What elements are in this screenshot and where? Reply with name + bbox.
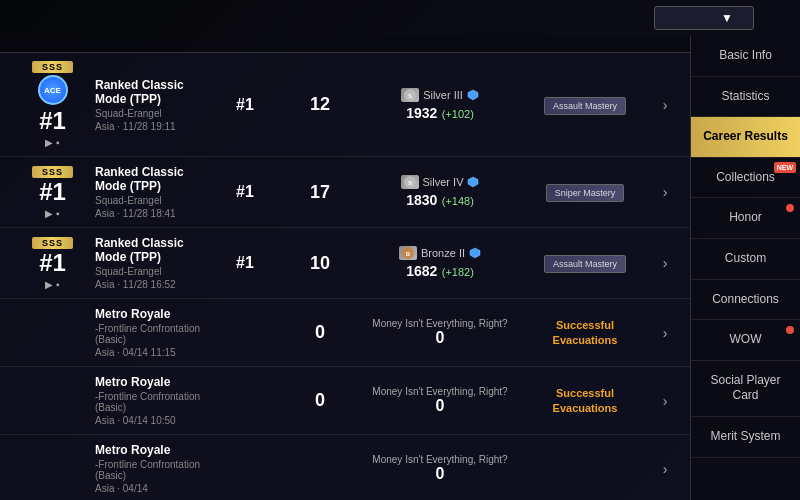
arrow-col[interactable]: › [650, 393, 680, 409]
table-row[interactable]: SSS ACE #1 ▶ ▪ Ranked Classic Mode (TPP)… [0, 53, 690, 157]
arrow-col[interactable]: › [650, 97, 680, 113]
ranking-col: #1 [210, 254, 280, 272]
eliminations-col: 0 [280, 322, 360, 343]
mode-sub: Squad-Erangel [95, 195, 205, 206]
match-list-panel: SSS ACE #1 ▶ ▪ Ranked Classic Mode (TPP)… [0, 36, 690, 500]
money-value: 0 [360, 465, 520, 483]
sidebar-item-merit-system[interactable]: Merit System [691, 417, 800, 458]
mode-sub: -Frontline Confrontation (Basic) [95, 391, 205, 413]
sidebar-item-career-results[interactable]: Career Results [691, 117, 800, 158]
mode-col: Metro Royale -Frontline Confrontation (B… [95, 443, 210, 494]
svg-text:S: S [408, 180, 412, 186]
filter-dropdown[interactable]: ▼ [654, 6, 754, 30]
ace-badge: ACE [38, 75, 68, 105]
table-row[interactable]: SSS #1 ▶ ▪ Ranked Classic Mode (TPP) Squ… [0, 228, 690, 299]
video-icon[interactable]: ▶ ▪ [45, 137, 59, 148]
right-sidebar: Basic InfoStatisticsCareer ResultsCollec… [690, 36, 800, 500]
svg-text:S: S [408, 93, 412, 99]
table-row[interactable]: Metro Royale -Frontline Confrontation (B… [0, 435, 690, 500]
score-badge: S Silver IV [360, 175, 520, 189]
mode-region-date: Asia · 11/28 18:41 [95, 208, 205, 219]
mastery-button[interactable]: Sniper Mastery [546, 184, 625, 202]
sidebar-item-statistics[interactable]: Statistics [691, 77, 800, 118]
mastery-button[interactable]: Assault Mastery [544, 97, 626, 115]
mode-name: Ranked Classic Mode (TPP) [95, 165, 205, 193]
mode-region-date: Asia · 11/28 16:52 [95, 279, 205, 290]
sidebar-items-container: Basic InfoStatisticsCareer ResultsCollec… [691, 36, 800, 458]
mode-region-date: Asia · 04/14 [95, 483, 205, 494]
rating-col: Assault Mastery [520, 95, 650, 115]
sidebar-item-honor[interactable]: Honor [691, 198, 800, 239]
mode-col: Ranked Classic Mode (TPP) Squad-Erangel … [95, 78, 210, 132]
mode-region-date: Asia · 04/14 11:15 [95, 347, 205, 358]
score-tier: Silver IV [423, 176, 464, 188]
top-bar: ▼ [0, 0, 800, 36]
mastery-button[interactable]: Assault Mastery [544, 255, 626, 273]
score-tier: Bronze II [421, 247, 465, 259]
shield-icon [467, 176, 479, 188]
mode-name: Metro Royale [95, 443, 205, 457]
svg-text:B: B [406, 251, 411, 257]
rating-col: Sniper Mastery [520, 182, 650, 202]
svg-marker-2 [468, 90, 478, 100]
rating-col: SuccessfulEvacuations [520, 386, 650, 415]
arrow-col[interactable]: › [650, 184, 680, 200]
tier-icon: S [401, 175, 419, 189]
table-row[interactable]: Metro Royale -Frontline Confrontation (B… [0, 367, 690, 435]
sidebar-item-custom[interactable]: Custom [691, 239, 800, 280]
mode-region-date: Asia · 11/28 19:11 [95, 121, 205, 132]
score-value: 1932 (+102) [360, 104, 520, 122]
money-value: 0 [360, 397, 520, 415]
successful-evacuation-text: SuccessfulEvacuations [520, 386, 650, 415]
score-col: S Silver IV 1830 (+148) [360, 175, 520, 209]
sss-badge: SSS [32, 237, 73, 249]
mode-col: Metro Royale -Frontline Confrontation (B… [95, 375, 210, 426]
sss-badge: SSS [32, 61, 73, 73]
score-col: B Bronze II 1682 (+182) [360, 246, 520, 280]
sidebar-item-wow[interactable]: WOW [691, 320, 800, 361]
tier-icon: S [401, 88, 419, 102]
score-col: Money Isn't Everything, Right? 0 [360, 454, 520, 483]
sidebar-item-collections[interactable]: CollectionsNEW [691, 158, 800, 199]
mode-name: Metro Royale [95, 307, 205, 321]
money-value: 0 [360, 329, 520, 347]
score-value: 1830 (+148) [360, 191, 520, 209]
sidebar-item-basic-info[interactable]: Basic Info [691, 36, 800, 77]
svg-marker-8 [470, 248, 480, 258]
video-icon[interactable]: ▶ ▪ [45, 208, 59, 219]
money-text: Money Isn't Everything, Right? [360, 386, 520, 397]
mode-sub: -Frontline Confrontation (Basic) [95, 323, 205, 345]
team-rank-col: SSS #1 ▶ ▪ [10, 237, 95, 290]
sidebar-item-connections[interactable]: Connections [691, 280, 800, 321]
rank-number: #1 [39, 180, 66, 204]
rank-number: #1 [39, 251, 66, 275]
ranking-col: #1 [210, 96, 280, 114]
shield-icon [469, 247, 481, 259]
sidebar-item-social-player-card[interactable]: Social Player Card [691, 361, 800, 417]
mode-name: Metro Royale [95, 375, 205, 389]
mode-name: Ranked Classic Mode (TPP) [95, 236, 205, 264]
mode-sub: -Frontline Confrontation (Basic) [95, 459, 205, 481]
video-icon[interactable]: ▶ ▪ [45, 279, 59, 290]
shield-icon [467, 89, 479, 101]
table-row[interactable]: SSS #1 ▶ ▪ Ranked Classic Mode (TPP) Squ… [0, 157, 690, 228]
score-value: 1682 (+182) [360, 262, 520, 280]
arrow-col[interactable]: › [650, 325, 680, 341]
score-badge: S Silver III [360, 88, 520, 102]
arrow-col[interactable]: › [650, 461, 680, 477]
arrow-col[interactable]: › [650, 255, 680, 271]
dropdown-chevron-icon: ▼ [721, 11, 733, 25]
eliminations-col: 10 [280, 253, 360, 274]
eliminations-col: 0 [280, 390, 360, 411]
successful-evacuation-text: SuccessfulEvacuations [520, 318, 650, 347]
table-row[interactable]: Metro Royale -Frontline Confrontation (B… [0, 299, 690, 367]
mode-sub: Squad-Erangel [95, 108, 205, 119]
rating-col: Assault Mastery [520, 253, 650, 273]
eliminations-col: 17 [280, 182, 360, 203]
mode-col: Ranked Classic Mode (TPP) Squad-Erangel … [95, 165, 210, 219]
mode-name: Ranked Classic Mode (TPP) [95, 78, 205, 106]
team-rank-col: SSS #1 ▶ ▪ [10, 166, 95, 219]
rank-number: #1 [39, 109, 66, 133]
mode-sub: Squad-Erangel [95, 266, 205, 277]
main-content: SSS ACE #1 ▶ ▪ Ranked Classic Mode (TPP)… [0, 36, 800, 500]
